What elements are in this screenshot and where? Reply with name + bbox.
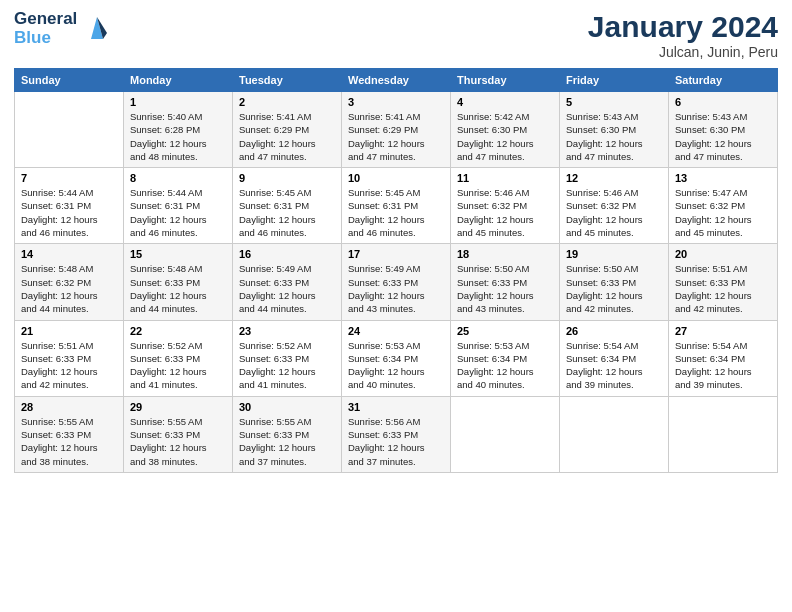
day-number: 15 (130, 248, 226, 260)
day-info: Sunrise: 5:54 AMSunset: 6:34 PMDaylight:… (675, 339, 771, 392)
day-cell: 10Sunrise: 5:45 AMSunset: 6:31 PMDayligh… (342, 168, 451, 244)
day-info: Sunrise: 5:45 AMSunset: 6:31 PMDaylight:… (239, 186, 335, 239)
day-number: 16 (239, 248, 335, 260)
day-cell: 8Sunrise: 5:44 AMSunset: 6:31 PMDaylight… (124, 168, 233, 244)
day-info: Sunrise: 5:51 AMSunset: 6:33 PMDaylight:… (21, 339, 117, 392)
day-info: Sunrise: 5:55 AMSunset: 6:33 PMDaylight:… (21, 415, 117, 468)
day-number: 5 (566, 96, 662, 108)
day-info: Sunrise: 5:46 AMSunset: 6:32 PMDaylight:… (566, 186, 662, 239)
day-cell: 31Sunrise: 5:56 AMSunset: 6:33 PMDayligh… (342, 396, 451, 472)
day-cell: 1Sunrise: 5:40 AMSunset: 6:28 PMDaylight… (124, 92, 233, 168)
logo: General Blue (14, 10, 113, 47)
day-cell: 27Sunrise: 5:54 AMSunset: 6:34 PMDayligh… (669, 320, 778, 396)
header-cell-wednesday: Wednesday (342, 69, 451, 92)
day-number: 1 (130, 96, 226, 108)
day-info: Sunrise: 5:40 AMSunset: 6:28 PMDaylight:… (130, 110, 226, 163)
day-number: 13 (675, 172, 771, 184)
day-cell: 3Sunrise: 5:41 AMSunset: 6:29 PMDaylight… (342, 92, 451, 168)
day-cell: 28Sunrise: 5:55 AMSunset: 6:33 PMDayligh… (15, 396, 124, 472)
day-cell: 26Sunrise: 5:54 AMSunset: 6:34 PMDayligh… (560, 320, 669, 396)
week-row-1: 1Sunrise: 5:40 AMSunset: 6:28 PMDaylight… (15, 92, 778, 168)
header-cell-sunday: Sunday (15, 69, 124, 92)
day-info: Sunrise: 5:50 AMSunset: 6:33 PMDaylight:… (566, 262, 662, 315)
week-row-3: 14Sunrise: 5:48 AMSunset: 6:32 PMDayligh… (15, 244, 778, 320)
subtitle: Julcan, Junin, Peru (588, 44, 778, 60)
day-cell: 13Sunrise: 5:47 AMSunset: 6:32 PMDayligh… (669, 168, 778, 244)
logo-icon (81, 11, 113, 47)
header-row: SundayMondayTuesdayWednesdayThursdayFrid… (15, 69, 778, 92)
day-number: 17 (348, 248, 444, 260)
day-cell: 30Sunrise: 5:55 AMSunset: 6:33 PMDayligh… (233, 396, 342, 472)
day-info: Sunrise: 5:53 AMSunset: 6:34 PMDaylight:… (457, 339, 553, 392)
day-cell: 5Sunrise: 5:43 AMSunset: 6:30 PMDaylight… (560, 92, 669, 168)
day-cell (560, 396, 669, 472)
day-number: 25 (457, 325, 553, 337)
day-number: 4 (457, 96, 553, 108)
day-cell: 18Sunrise: 5:50 AMSunset: 6:33 PMDayligh… (451, 244, 560, 320)
day-cell: 16Sunrise: 5:49 AMSunset: 6:33 PMDayligh… (233, 244, 342, 320)
day-number: 30 (239, 401, 335, 413)
day-number: 9 (239, 172, 335, 184)
page: General Blue January 2024 Julcan, Junin,… (0, 0, 792, 612)
day-info: Sunrise: 5:50 AMSunset: 6:33 PMDaylight:… (457, 262, 553, 315)
day-number: 14 (21, 248, 117, 260)
day-info: Sunrise: 5:52 AMSunset: 6:33 PMDaylight:… (130, 339, 226, 392)
day-cell (451, 396, 560, 472)
day-cell (669, 396, 778, 472)
day-cell: 9Sunrise: 5:45 AMSunset: 6:31 PMDaylight… (233, 168, 342, 244)
day-info: Sunrise: 5:55 AMSunset: 6:33 PMDaylight:… (239, 415, 335, 468)
header-cell-saturday: Saturday (669, 69, 778, 92)
day-cell: 23Sunrise: 5:52 AMSunset: 6:33 PMDayligh… (233, 320, 342, 396)
day-info: Sunrise: 5:47 AMSunset: 6:32 PMDaylight:… (675, 186, 771, 239)
week-row-5: 28Sunrise: 5:55 AMSunset: 6:33 PMDayligh… (15, 396, 778, 472)
day-cell: 14Sunrise: 5:48 AMSunset: 6:32 PMDayligh… (15, 244, 124, 320)
day-cell: 19Sunrise: 5:50 AMSunset: 6:33 PMDayligh… (560, 244, 669, 320)
day-info: Sunrise: 5:41 AMSunset: 6:29 PMDaylight:… (348, 110, 444, 163)
day-info: Sunrise: 5:46 AMSunset: 6:32 PMDaylight:… (457, 186, 553, 239)
header: General Blue January 2024 Julcan, Junin,… (14, 10, 778, 60)
day-number: 23 (239, 325, 335, 337)
day-number: 24 (348, 325, 444, 337)
day-info: Sunrise: 5:54 AMSunset: 6:34 PMDaylight:… (566, 339, 662, 392)
day-number: 18 (457, 248, 553, 260)
day-cell: 29Sunrise: 5:55 AMSunset: 6:33 PMDayligh… (124, 396, 233, 472)
header-cell-friday: Friday (560, 69, 669, 92)
logo-general: General (14, 10, 77, 29)
title-block: January 2024 Julcan, Junin, Peru (588, 10, 778, 60)
day-cell: 6Sunrise: 5:43 AMSunset: 6:30 PMDaylight… (669, 92, 778, 168)
day-cell: 2Sunrise: 5:41 AMSunset: 6:29 PMDaylight… (233, 92, 342, 168)
day-info: Sunrise: 5:56 AMSunset: 6:33 PMDaylight:… (348, 415, 444, 468)
day-cell (15, 92, 124, 168)
week-row-4: 21Sunrise: 5:51 AMSunset: 6:33 PMDayligh… (15, 320, 778, 396)
day-number: 6 (675, 96, 771, 108)
day-number: 3 (348, 96, 444, 108)
day-info: Sunrise: 5:43 AMSunset: 6:30 PMDaylight:… (675, 110, 771, 163)
day-number: 28 (21, 401, 117, 413)
day-number: 8 (130, 172, 226, 184)
day-info: Sunrise: 5:42 AMSunset: 6:30 PMDaylight:… (457, 110, 553, 163)
day-info: Sunrise: 5:43 AMSunset: 6:30 PMDaylight:… (566, 110, 662, 163)
day-info: Sunrise: 5:51 AMSunset: 6:33 PMDaylight:… (675, 262, 771, 315)
day-number: 12 (566, 172, 662, 184)
day-number: 26 (566, 325, 662, 337)
day-number: 31 (348, 401, 444, 413)
day-info: Sunrise: 5:44 AMSunset: 6:31 PMDaylight:… (130, 186, 226, 239)
week-row-2: 7Sunrise: 5:44 AMSunset: 6:31 PMDaylight… (15, 168, 778, 244)
day-number: 10 (348, 172, 444, 184)
day-cell: 15Sunrise: 5:48 AMSunset: 6:33 PMDayligh… (124, 244, 233, 320)
header-cell-monday: Monday (124, 69, 233, 92)
day-info: Sunrise: 5:52 AMSunset: 6:33 PMDaylight:… (239, 339, 335, 392)
day-number: 2 (239, 96, 335, 108)
day-cell: 17Sunrise: 5:49 AMSunset: 6:33 PMDayligh… (342, 244, 451, 320)
day-info: Sunrise: 5:44 AMSunset: 6:31 PMDaylight:… (21, 186, 117, 239)
day-cell: 20Sunrise: 5:51 AMSunset: 6:33 PMDayligh… (669, 244, 778, 320)
day-number: 21 (21, 325, 117, 337)
day-cell: 25Sunrise: 5:53 AMSunset: 6:34 PMDayligh… (451, 320, 560, 396)
day-info: Sunrise: 5:41 AMSunset: 6:29 PMDaylight:… (239, 110, 335, 163)
day-number: 11 (457, 172, 553, 184)
day-number: 20 (675, 248, 771, 260)
header-cell-tuesday: Tuesday (233, 69, 342, 92)
header-cell-thursday: Thursday (451, 69, 560, 92)
day-info: Sunrise: 5:45 AMSunset: 6:31 PMDaylight:… (348, 186, 444, 239)
day-number: 22 (130, 325, 226, 337)
